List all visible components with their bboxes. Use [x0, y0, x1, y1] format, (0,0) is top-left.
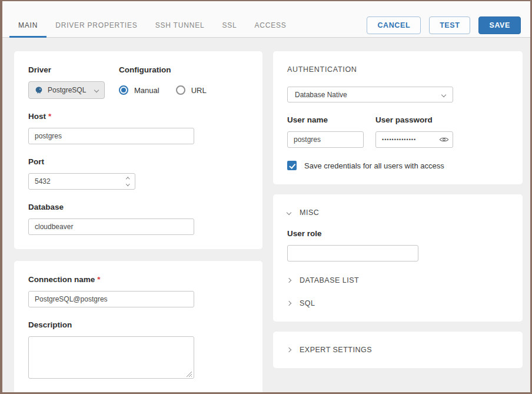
checkbox-checked-icon[interactable]: [287, 161, 297, 170]
cancel-button[interactable]: CANCEL: [367, 16, 421, 34]
sql-section-toggle[interactable]: SQL: [287, 299, 508, 307]
authentication-card: AUTHENTICATION Database Native User name…: [273, 51, 523, 184]
chevron-right-icon: [287, 278, 291, 283]
authentication-header: AUTHENTICATION: [287, 65, 508, 74]
driver-label: Driver: [28, 65, 105, 74]
user-role-label: User role: [287, 229, 508, 238]
tab-access[interactable]: ACCESS: [246, 13, 295, 38]
content-area: Driver PostgreSQL Configuration: [2, 38, 530, 392]
chevron-right-icon: [287, 301, 291, 306]
configuration-group: Configuration Manual URL: [119, 65, 207, 99]
user-name-input[interactable]: [287, 131, 364, 148]
connection-name-group: Connection name*: [28, 275, 248, 307]
misc-header: MISC: [300, 208, 319, 217]
auth-method-value: Database Native: [295, 91, 347, 99]
chevron-down-icon: [126, 182, 129, 186]
driver-select[interactable]: PostgreSQL: [28, 81, 105, 99]
user-name-group: User name: [287, 115, 364, 148]
connection-identity-card: Connection name* Description: [14, 261, 262, 392]
expert-settings-card: EXPERT SETTINGS: [273, 332, 523, 368]
port-field-group: Port: [28, 157, 248, 190]
radio-manual[interactable]: Manual: [119, 85, 159, 95]
save-credentials-label: Save credentials for all users with acce…: [304, 161, 444, 170]
user-role-group: User role: [287, 229, 508, 261]
resize-handle-icon: [186, 371, 192, 378]
left-column: Driver PostgreSQL Configuration: [14, 51, 262, 392]
save-button[interactable]: SAVE: [478, 16, 521, 34]
configuration-label: Configuration: [119, 65, 207, 74]
port-stepper[interactable]: [127, 178, 129, 185]
connection-params-card: Driver PostgreSQL Configuration: [14, 51, 262, 249]
tab-driver-properties[interactable]: DRIVER PROPERTIES: [46, 13, 146, 38]
eye-icon[interactable]: [439, 137, 449, 143]
tab-ssh-tunnel[interactable]: SSH TUNNEL: [147, 13, 214, 38]
connection-settings-window: MAIN DRIVER PROPERTIES SSH TUNNEL SSL AC…: [0, 0, 532, 394]
connection-name-input[interactable]: [28, 291, 194, 307]
required-asterisk: *: [97, 275, 100, 284]
chevron-down-icon: [287, 210, 291, 215]
connection-name-label: Connection name*: [28, 275, 248, 284]
expert-settings-header: EXPERT SETTINGS: [300, 346, 372, 354]
description-label: Description: [28, 320, 248, 329]
tab-bar: MAIN DRIVER PROPERTIES SSH TUNNEL SSL AC…: [9, 13, 295, 38]
description-textarea[interactable]: [28, 336, 194, 379]
port-input[interactable]: [28, 173, 135, 190]
tab-ssl-label: SSL: [222, 21, 237, 29]
tab-access-label: ACCESS: [255, 21, 287, 29]
database-field-group: Database: [28, 203, 248, 235]
database-list-header: DATABASE LIST: [300, 276, 359, 284]
misc-card: MISC User role DATABASE LIST SQL: [273, 194, 523, 322]
user-role-input[interactable]: [287, 245, 418, 261]
radio-url[interactable]: URL: [176, 85, 207, 95]
radio-url-label: URL: [191, 86, 207, 95]
chevron-up-icon: [126, 177, 129, 181]
right-column: AUTHENTICATION Database Native User name…: [273, 51, 523, 392]
postgresql-icon: [35, 86, 43, 94]
required-asterisk: *: [48, 112, 51, 121]
radio-unselected-icon: [176, 85, 185, 95]
test-button[interactable]: TEST: [429, 16, 470, 34]
chevron-down-icon: [94, 88, 99, 92]
description-group: Description: [28, 320, 248, 381]
database-input[interactable]: [28, 218, 194, 235]
top-bar: MAIN DRIVER PROPERTIES SSH TUNNEL SSL AC…: [2, 1, 530, 38]
radio-manual-label: Manual: [134, 86, 159, 95]
sql-header: SQL: [300, 299, 315, 307]
tab-driver-properties-label: DRIVER PROPERTIES: [55, 21, 137, 29]
database-list-section-toggle[interactable]: DATABASE LIST: [287, 276, 508, 284]
user-password-group: User password: [375, 115, 453, 148]
database-label: Database: [28, 203, 248, 211]
save-credentials-row: Save credentials for all users with acce…: [287, 161, 508, 170]
chevron-down-icon: [441, 92, 446, 97]
host-label: Host*: [28, 112, 248, 121]
action-buttons: CANCEL TEST SAVE: [367, 16, 521, 34]
host-field-group: Host*: [28, 112, 248, 144]
user-password-label: User password: [375, 115, 453, 124]
chevron-right-icon: [287, 347, 291, 352]
port-label: Port: [28, 157, 248, 166]
host-input[interactable]: [28, 128, 194, 144]
tab-main[interactable]: MAIN: [9, 13, 46, 38]
tab-main-label: MAIN: [18, 21, 38, 29]
driver-group: Driver PostgreSQL: [28, 65, 105, 99]
radio-selected-icon: [119, 85, 128, 95]
user-name-label: User name: [287, 115, 364, 124]
tab-ssh-tunnel-label: SSH TUNNEL: [155, 21, 205, 29]
tab-ssl[interactable]: SSL: [213, 13, 245, 38]
misc-section-toggle[interactable]: MISC: [287, 208, 508, 217]
expert-settings-toggle[interactable]: EXPERT SETTINGS: [287, 346, 508, 354]
driver-select-value: PostgreSQL: [48, 86, 86, 94]
auth-method-select[interactable]: Database Native: [287, 87, 453, 102]
